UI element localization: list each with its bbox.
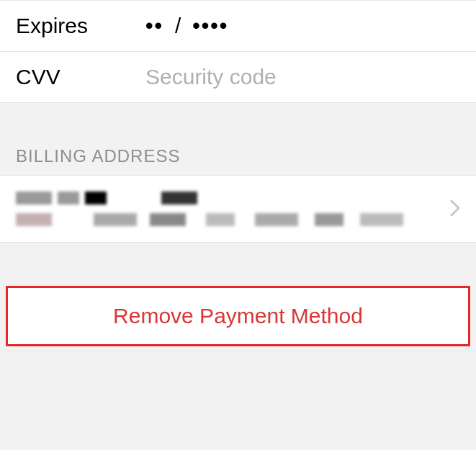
cvv-row[interactable]: CVV Security code: [0, 52, 476, 103]
expires-month-mask: ••: [145, 14, 163, 38]
section-spacer: [0, 243, 476, 286]
expires-label: Expires: [16, 14, 145, 38]
cvv-label: CVV: [16, 65, 145, 89]
expires-value: •• / ••••: [145, 14, 228, 38]
chevron-right-icon: [450, 196, 460, 222]
remove-payment-method-button[interactable]: Remove Payment Method: [6, 286, 470, 346]
address-line-1-redacted: [16, 192, 443, 204]
billing-address-content: [16, 192, 443, 226]
billing-address-row[interactable]: [0, 175, 476, 243]
address-line-2-redacted: [16, 213, 443, 226]
expires-separator: /: [175, 14, 181, 38]
bottom-spacer: [0, 351, 476, 365]
expires-row[interactable]: Expires •• / ••••: [0, 0, 476, 52]
cvv-input-placeholder: Security code: [145, 65, 277, 89]
card-details-section: Expires •• / •••• CVV Security code: [0, 0, 476, 103]
billing-address-header: BILLING ADDRESS: [0, 103, 476, 175]
expires-year-mask: ••••: [192, 14, 228, 38]
